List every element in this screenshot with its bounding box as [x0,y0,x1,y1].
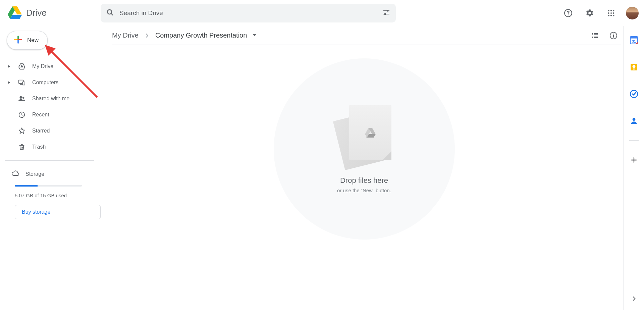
details-info-icon[interactable] [606,28,621,43]
settings-gear-icon[interactable] [583,6,596,20]
buy-storage-label: Buy storage [22,209,50,215]
account-avatar[interactable] [626,7,639,19]
breadcrumb-root-label: My Drive [112,32,139,39]
svg-point-14 [608,12,609,13]
side-panel-separator [629,140,639,141]
header: Drive [0,0,644,26]
sidebar-item-label: Trash [32,144,46,150]
svg-point-32 [22,97,24,99]
keep-app-icon[interactable] [627,60,641,74]
calendar-app-icon[interactable]: 31 [627,33,641,48]
empty-folder-dropzone[interactable]: Drop files here or use the “New” button. [106,45,622,310]
svg-marker-37 [253,34,257,36]
new-button-label: New [27,37,39,44]
svg-line-4 [111,13,113,15]
header-actions [561,6,639,20]
new-button[interactable]: New [7,31,48,50]
storage-progress [15,185,82,187]
svg-marker-24 [8,65,10,68]
svg-point-18 [610,15,612,16]
hide-side-panel-icon[interactable] [627,291,641,306]
main-content: My Drive Company Growth Presentation [101,26,624,310]
recent-icon [17,110,26,119]
apps-grid-icon[interactable] [604,6,618,20]
svg-rect-41 [594,37,598,38]
location-toolbar: My Drive Company Growth Presentation [112,26,621,45]
svg-marker-26 [21,65,23,67]
svg-marker-34 [19,128,25,134]
search-bar[interactable] [101,4,396,22]
svg-rect-39 [594,33,598,35]
svg-point-19 [613,15,614,16]
svg-point-17 [608,15,609,16]
brand-name: Drive [26,8,47,18]
breadcrumb-current-label: Company Growth Presentation [155,32,247,39]
svg-point-12 [610,10,612,11]
tasks-app-icon[interactable] [627,87,641,101]
svg-rect-8 [384,13,386,15]
sidebar-item-my-drive[interactable]: My Drive [5,59,101,74]
search-form [101,4,396,22]
brand[interactable]: Drive [7,4,101,22]
expand-arrow-icon[interactable] [7,81,11,84]
sidebar-item-label: Computers [32,80,58,86]
shared-icon [17,94,26,103]
svg-marker-27 [8,81,10,84]
svg-rect-7 [387,10,388,11]
trash-icon [17,143,26,151]
sidebar-item-label: Starred [32,128,50,134]
breadcrumb-root[interactable]: My Drive [112,32,139,39]
add-app-icon[interactable] [627,153,641,167]
svg-rect-29 [22,82,25,85]
sidebar-item-starred[interactable]: Starred [5,123,101,138]
my-drive-icon [17,62,26,71]
empty-subtitle: or use the “New” button. [337,188,391,193]
svg-rect-38 [592,33,593,35]
svg-point-44 [613,34,614,34]
list-view-icon[interactable] [587,28,602,43]
sidebar-item-shared-with-me[interactable]: Shared with me [5,91,101,106]
files-stack-icon [336,105,393,165]
sidebar-item-label: Shared with me [32,96,69,102]
breadcrumb-current[interactable]: Company Growth Presentation [155,32,257,39]
sidebar: New My Drive Computers [0,26,101,310]
storage-usage-text: 5.07 GB of 15 GB used [15,193,101,198]
chevron-right-icon [144,33,150,39]
sidebar-item-computers[interactable]: Computers [5,75,101,90]
svg-point-15 [610,12,612,13]
help-icon[interactable] [561,6,575,20]
search-options-icon[interactable] [382,8,390,18]
svg-point-13 [613,10,614,11]
contacts-app-icon[interactable] [627,113,641,128]
sidebar-item-storage[interactable]: Storage [5,167,101,182]
svg-point-10 [568,14,569,15]
sidebar-item-label: My Drive [32,63,53,69]
side-panel: 31 [624,26,644,310]
svg-point-16 [613,12,614,13]
nav-list: My Drive Computers Shared with me [5,59,101,219]
dropdown-caret-icon [252,33,257,39]
svg-rect-40 [592,37,593,38]
plus-icon [13,35,23,46]
empty-title: Drop files here [340,176,388,185]
computers-icon [17,78,26,87]
buy-storage-button[interactable]: Buy storage [15,205,101,219]
expand-arrow-icon[interactable] [7,65,11,68]
nav-separator [5,160,94,161]
svg-point-55 [633,118,636,121]
search-icon [106,8,114,18]
sidebar-item-trash[interactable]: Trash [5,140,101,154]
sidebar-item-recent[interactable]: Recent [5,107,101,122]
drive-logo-icon [7,4,23,22]
svg-rect-49 [630,37,638,38]
storage-label: Storage [25,171,44,177]
sidebar-item-label: Recent [32,112,49,118]
storage-progress-fill [15,185,38,187]
svg-point-31 [20,96,22,99]
cloud-icon [11,169,19,179]
empty-illustration: Drop files here or use the “New” button. [274,58,455,240]
starred-icon [17,126,26,135]
svg-rect-53 [633,69,634,69]
search-input[interactable] [119,9,377,17]
svg-text:31: 31 [632,39,636,43]
